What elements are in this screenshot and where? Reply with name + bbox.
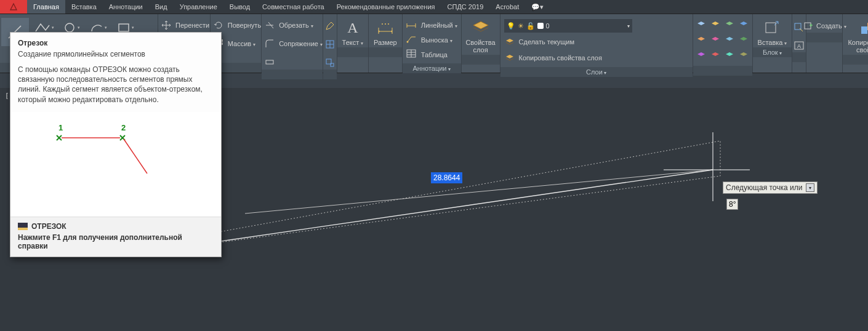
dynamic-length-input[interactable]: 28.8644 [431,172,462,183]
dynamic-prompt[interactable]: Следующая точка или ▾ [723,181,818,194]
layers-stack-icon [504,36,515,47]
menu-annotate[interactable]: Аннотации [103,0,149,14]
svg-text:A: A [347,20,358,36]
layer-name: 0 [546,22,550,30]
menubar: Главная Вставка Аннотации Вид Управление… [0,0,868,14]
rotate-icon [213,20,224,31]
rotate-button[interactable]: Повернуть [213,18,261,33]
copy-props-button[interactable]: Копирование свойств [843,17,868,55]
menu-acrobat[interactable]: Acrobat [489,0,525,14]
panel-create: Создать [806,14,843,73]
tooltip-command: ОТРЕЗОК [31,222,66,231]
layer-tool-2[interactable] [710,19,721,30]
panel-text: A Текст [337,14,369,73]
menu-insert[interactable]: Вставка [65,0,103,14]
text-button[interactable]: A Текст [337,17,368,47]
menu-manage[interactable]: Управление [174,0,223,14]
dimension-icon [376,18,395,38]
app-icon[interactable] [0,0,27,14]
sun-icon: ☀ [518,22,524,30]
svg-line-43 [124,139,147,173]
panel-copy-props: Копирование свойств [843,14,868,73]
panel-layers-title: Слои [500,67,693,77]
panel-annot: Линейный Выноска Таблица Аннотации [403,14,462,73]
menu-output[interactable]: Вывод [223,0,256,14]
svg-rect-30 [766,23,776,33]
create-icon [803,20,814,31]
matchprop-icon [859,18,868,38]
svg-rect-45 [18,228,28,230]
tooltip-description: С помощью команды ОТРЕЗОК можно создать … [10,65,221,112]
layer-props-button[interactable]: Свойства слоя [462,17,500,55]
linear-dim-icon [406,20,417,31]
menu-apps[interactable]: Рекомендованные приложения [331,0,441,14]
panel-block-title: Блок [753,47,792,57]
create-button[interactable]: Создать [803,19,846,33]
layer-tool-4[interactable] [738,19,749,30]
layer-color-swatch [537,23,544,29]
svg-point-21 [388,23,389,25]
svg-marker-37 [182,141,720,247]
panel-layers: 💡 ☀ 🔓 0 ▾ Сделать текущим Копировать сво… [500,14,693,73]
menu-view[interactable]: Вид [149,0,174,14]
panel-layer-props: Свойства слоя [462,14,500,73]
svg-point-20 [385,23,386,25]
subscript-icon[interactable] [323,56,337,70]
prompt-dropdown-icon[interactable]: ▾ [806,183,814,192]
tooltip-f1-hint: Нажмите F1 для получения дополнительной … [18,233,214,250]
layer-tool-1[interactable] [696,19,707,30]
grid-pen-icon[interactable] [323,38,337,51]
fillet-button[interactable]: Сопряжение [264,36,323,51]
fillet-icon [264,38,275,49]
panel-prop-icons [323,14,337,73]
trim-icon [264,20,275,31]
move-button[interactable]: Перенести [161,18,210,33]
command-icon [18,223,28,230]
svg-point-25 [406,41,408,43]
layer-tool-5[interactable] [696,34,707,46]
copy-layer-props-button[interactable]: Копировать свойства слоя [504,51,689,65]
layer-tool-6[interactable] [710,34,721,46]
insert-button[interactable]: Вставка [753,17,792,47]
leader-icon [406,34,417,46]
lock-icon: 🔓 [526,22,535,30]
layer-tool-11[interactable] [724,50,735,61]
make-current-button[interactable]: Сделать текущим [504,35,689,49]
table-button[interactable]: Таблица [406,49,457,61]
layer-tool-10[interactable] [710,50,721,61]
menu-more-icon[interactable]: 💬▾ [525,0,550,14]
linear-dim-button[interactable]: Линейный [406,19,457,31]
layer-tool-8[interactable] [738,34,749,46]
panel-block: Вставка Блок [753,14,793,73]
menu-main[interactable]: Главная [27,0,65,14]
layer-tool-3[interactable] [724,19,735,30]
menu-spds[interactable]: СПДС 2019 [441,0,490,14]
block-attr-icon[interactable]: A [792,39,806,52]
svg-text:A: A [797,43,801,49]
panel-layer-tools [693,14,753,73]
svg-rect-35 [861,26,867,34]
dimension-button[interactable]: Размер [369,17,402,47]
tooltip-diagram: 1 2 [10,112,221,217]
panel-dim: Размер [369,14,403,73]
dynamic-angle-readout: 8° [726,199,738,210]
trim-button[interactable]: Обрезать [264,18,323,33]
layer-tool-9[interactable] [696,50,707,61]
text-icon: A [343,18,363,38]
pencil-icon[interactable] [323,19,337,33]
layer-tool-7[interactable] [724,34,735,46]
layer-selector[interactable]: 💡 ☀ 🔓 0 ▾ [504,19,632,33]
prompt-text: Следующая точка или [726,183,802,192]
layer-tool-12[interactable] [738,50,749,61]
svg-rect-2 [119,24,129,31]
bulb-icon: 💡 [507,22,515,30]
menu-collab[interactable]: Совместная работа [256,0,331,14]
stretch-button[interactable] [264,55,323,70]
tooltip-footer: ОТРЕЗОК Нажмите F1 для получения дополни… [10,217,221,257]
diagram-point-2-label: 2 [121,123,126,132]
copy-layer-icon [504,52,515,63]
tooltip-subtitle: Создание прямолинейных сегментов [10,47,221,65]
panel-modify-3: Обрезать Сопряжение [262,14,323,73]
leader-button[interactable]: Выноска [406,34,457,46]
svg-line-39 [245,170,713,213]
